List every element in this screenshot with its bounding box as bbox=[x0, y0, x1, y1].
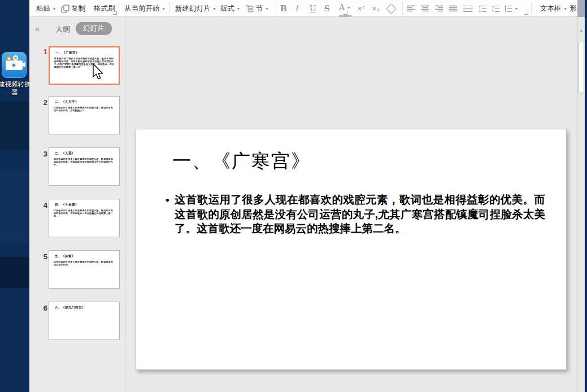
distribute-icon bbox=[463, 5, 473, 12]
current-slide[interactable]: 一、《广寒宫》 • 这首歌运用了很多人现在都喜欢的戏腔元素，歌词也是相得益彰的优… bbox=[136, 129, 567, 370]
tab-slides[interactable]: 幻灯片 bbox=[76, 22, 112, 35]
editing-canvas: 一、《广寒宫》 • 这首歌运用了很多人现在都喜欢的戏腔元素，歌词也是相得益彰的优… bbox=[125, 17, 577, 392]
bullet-marker: • bbox=[166, 193, 175, 236]
scrollbar-thumb[interactable] bbox=[579, 41, 584, 94]
format-painter-button[interactable]: 格式刷 bbox=[94, 0, 115, 17]
underline-button[interactable]: U bbox=[310, 0, 322, 17]
ribbon-right-edge bbox=[577, 0, 585, 17]
desktop-background: 建视频转换 器 bbox=[0, 0, 29, 392]
font-dialog-launcher[interactable] bbox=[343, 11, 347, 15]
screen: 建视频转换 器 粘贴 复制 格式刷 从当前开始 新建幻灯片 版式 节 bbox=[0, 0, 587, 392]
layout-button[interactable]: 版式 bbox=[220, 0, 240, 17]
slide-title-text[interactable]: 一、《广寒宫》 bbox=[172, 149, 311, 174]
section-button[interactable]: 节 bbox=[245, 0, 268, 17]
tab-outline[interactable]: 大纲 bbox=[55, 24, 70, 34]
slide-thumbnail-5[interactable]: 五、《探窗》 这首歌运用了很多人现在都喜欢的戏腔元素，歌词也是相得益彰的优美。 bbox=[49, 250, 120, 289]
slide-thumbnail-1[interactable]: 一、《广寒宫》 这首歌运用了很多人现在都喜欢的戏腔元素，歌词也是相得益彰的优美。… bbox=[49, 46, 120, 85]
italic-button[interactable]: I bbox=[295, 0, 307, 17]
clear-format-button[interactable] bbox=[388, 0, 395, 17]
slide-number-1: 1 bbox=[37, 47, 47, 56]
ribbon-separator bbox=[531, 2, 532, 15]
slide-number-3: 3 bbox=[37, 150, 47, 158]
line-spacing-decrease-button[interactable] bbox=[492, 0, 500, 17]
align-right-icon bbox=[435, 5, 443, 12]
ribbon-toolbar: 粘贴 复制 格式刷 从当前开始 新建幻灯片 版式 节 B I U S A ×² … bbox=[29, 0, 585, 17]
line-spacing-decrease-icon bbox=[492, 5, 500, 12]
slide-panel: « 大纲 幻灯片 1 一、《广寒宫》 这首歌运用了很多人现在都喜欢的戏腔元素，歌… bbox=[29, 17, 125, 392]
line-spacing-increase-button[interactable] bbox=[479, 0, 487, 17]
align-left-button[interactable] bbox=[407, 0, 415, 17]
align-right-button[interactable] bbox=[435, 0, 443, 17]
paste-button[interactable]: 粘贴 bbox=[36, 0, 55, 17]
collapse-panel-button[interactable]: « bbox=[35, 24, 40, 33]
ribbon-separator bbox=[119, 2, 119, 15]
justify-icon bbox=[449, 5, 458, 12]
section-icon bbox=[245, 5, 254, 13]
slide-thumbnail-6[interactable]: 六、《辞九门回忆》 bbox=[49, 302, 120, 340]
camera-icon bbox=[6, 60, 23, 70]
video-converter-icon[interactable] bbox=[2, 52, 27, 78]
eraser-icon bbox=[386, 3, 396, 14]
vertical-scrollbar[interactable]: ▲ bbox=[577, 17, 585, 392]
bold-button[interactable]: B bbox=[280, 0, 293, 17]
justify-button[interactable] bbox=[449, 0, 458, 17]
scrollbar-up-arrow[interactable]: ▲ bbox=[578, 28, 585, 32]
presentation-app-window: 粘贴 复制 格式刷 从当前开始 新建幻灯片 版式 节 B I U S A ×² … bbox=[29, 0, 585, 392]
desktop-background-right bbox=[585, 0, 587, 392]
copy-icon bbox=[61, 5, 69, 13]
line-spacing-button[interactable] bbox=[504, 0, 518, 17]
desktop-wallpaper-patch bbox=[0, 102, 29, 150]
distribute-button[interactable] bbox=[463, 0, 473, 17]
text-box-button[interactable]: 文本框 bbox=[540, 0, 567, 17]
align-center-button[interactable] bbox=[421, 0, 429, 17]
slide-body-text: 这首歌运用了很多人现在都喜欢的戏腔元素，歌词也是相得益彰的优美。而这首歌的原创居… bbox=[175, 193, 545, 236]
align-left-icon bbox=[407, 5, 415, 12]
ribbon-separator bbox=[169, 2, 170, 15]
paragraph-dialog-launcher[interactable] bbox=[524, 11, 528, 15]
desktop-wallpaper-patch bbox=[0, 257, 29, 288]
strikethrough-button[interactable]: S bbox=[324, 0, 337, 17]
align-center-icon bbox=[421, 5, 429, 12]
ribbon-separator bbox=[402, 2, 403, 15]
desktop-wallpaper-patch bbox=[0, 169, 29, 243]
start-from-current-button[interactable]: 从当前开始 bbox=[124, 0, 165, 17]
copy-button[interactable]: 复制 bbox=[61, 0, 85, 17]
ribbon-separator bbox=[276, 2, 276, 15]
slide-thumbnail-4[interactable]: 四、《千金裘》 这首歌运用了很多人现在都喜欢的戏腔元素，歌词也是相得益彰的优美。… bbox=[49, 199, 120, 237]
slide-number-5: 5 bbox=[37, 252, 47, 261]
slide-thumbnail-3[interactable]: 三、《入画》 这首歌运用了很多人现在都喜欢的戏腔元素，歌词也是相得益彰的优美。而… bbox=[49, 147, 120, 186]
clipboard-dialog-launcher[interactable] bbox=[113, 11, 117, 15]
slide-number-6: 6 bbox=[37, 304, 47, 312]
desktop-icon-label[interactable]: 建视频转换 器 bbox=[0, 80, 29, 96]
slide-number-4: 4 bbox=[37, 201, 47, 210]
slide-body-textbox[interactable]: • 这首歌运用了很多人现在都喜欢的戏腔元素，歌词也是相得益彰的优美。而这首歌的原… bbox=[166, 193, 545, 236]
slide-number-2: 2 bbox=[37, 98, 47, 107]
superscript-button[interactable]: ×² bbox=[357, 0, 369, 17]
new-slide-button[interactable]: 新建幻灯片 bbox=[175, 0, 216, 17]
slide-thumbnail-2[interactable]: 二、《九万字》 这首歌运用了很多人现在都喜欢的戏腔元素，歌词也是相得益彰的优美，… bbox=[49, 96, 120, 134]
subscript-button[interactable]: ×₂ bbox=[372, 0, 384, 17]
shape-button-partial[interactable]: 形 bbox=[569, 0, 576, 17]
line-spacing-increase-icon bbox=[479, 5, 487, 12]
line-spacing-icon bbox=[504, 5, 512, 12]
